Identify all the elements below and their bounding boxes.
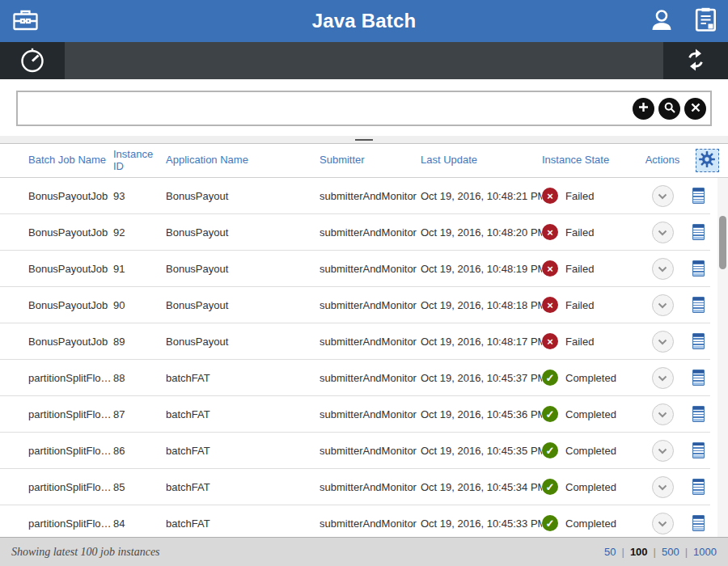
page-size-1000[interactable]: 1000: [693, 546, 717, 558]
submitter-cell: submitterAndMonitor: [320, 336, 421, 348]
search-box: [16, 91, 712, 126]
job-log-button[interactable]: [691, 332, 706, 351]
job-log-icon: [692, 406, 705, 422]
last-update-cell: Oct 19, 2016, 10:45:37 PM: [421, 372, 542, 384]
last-update-cell: Oct 19, 2016, 10:48:21 PM: [421, 190, 542, 202]
batch-job-name-cell: BonusPayoutJob: [0, 299, 113, 311]
refresh-icon: [684, 48, 708, 74]
job-log-button[interactable]: [691, 513, 706, 533]
completed-icon: ✓: [542, 406, 558, 422]
pager-separator: |: [654, 546, 656, 558]
batch-job-name-cell: BonusPayoutJob: [0, 190, 113, 202]
batch-job-name-cell: BonusPayoutJob: [0, 263, 113, 275]
last-update-cell: Oct 19, 2016, 10:45:35 PM: [421, 445, 542, 457]
job-log-button[interactable]: [691, 441, 706, 460]
job-log-icon: [692, 370, 705, 386]
app-header: Java Batch: [0, 0, 728, 42]
search-icon: [664, 102, 675, 116]
job-log-button[interactable]: [691, 477, 706, 496]
actions-dropdown-button[interactable]: [652, 476, 674, 498]
job-log-button[interactable]: [691, 368, 706, 387]
add-filter-button[interactable]: [633, 98, 654, 120]
job-log-button[interactable]: [691, 295, 706, 315]
last-update-cell: Oct 19, 2016, 10:45:34 PM: [421, 481, 542, 493]
batch-job-name-cell: partitionSplitFlo…: [0, 481, 113, 493]
table-row: BonusPayoutJob 93 BonusPayout submitterA…: [0, 178, 710, 214]
application-name-cell: BonusPayout: [166, 226, 320, 239]
column-header-submitter[interactable]: Submitter: [320, 154, 421, 167]
page-size-500[interactable]: 500: [662, 546, 679, 558]
column-settings-button[interactable]: [696, 149, 719, 172]
app-footer: Showing latest 100 job instances 50|100|…: [0, 537, 728, 566]
chevron-down-icon: [658, 190, 667, 202]
job-log-button[interactable]: [691, 186, 706, 205]
chevron-down-icon: [658, 445, 667, 457]
instance-id-cell: 88: [113, 372, 166, 384]
instance-state-cell: × Failed: [542, 333, 639, 349]
instance-id-cell: 92: [113, 226, 166, 239]
submitter-cell: submitterAndMonitor: [320, 299, 421, 311]
table-row: BonusPayoutJob 90 BonusPayout submitterA…: [0, 287, 710, 323]
batch-job-name-cell: partitionSplitFlo…: [0, 517, 113, 530]
actions-dropdown-button[interactable]: [652, 185, 674, 207]
clear-search-button[interactable]: [684, 98, 706, 120]
table-header-row: Batch Job Name Instance ID Application N…: [0, 144, 728, 178]
toolbox-icon: [12, 9, 39, 34]
completed-icon: ✓: [542, 370, 558, 386]
chevron-down-icon: [658, 372, 667, 384]
chevron-down-icon: [658, 226, 667, 239]
toolbox-button[interactable]: [9, 5, 41, 37]
search-button[interactable]: [658, 98, 680, 120]
scrollbar-thumb[interactable]: [719, 216, 726, 269]
panel-resize-handle[interactable]: [0, 136, 728, 144]
column-header-last-update[interactable]: Last Update: [421, 154, 542, 167]
scrollbar-track[interactable]: [717, 178, 728, 537]
actions-dropdown-button[interactable]: [652, 513, 674, 534]
actions-dropdown-button[interactable]: [652, 403, 674, 425]
job-log-button[interactable]: [691, 222, 706, 242]
column-header-batch-job-name[interactable]: Batch Job Name: [0, 154, 113, 167]
state-label: Failed: [565, 336, 594, 348]
last-update-cell: Oct 19, 2016, 10:48:20 PM: [421, 226, 542, 239]
last-update-cell: Oct 19, 2016, 10:45:36 PM: [421, 408, 542, 420]
failed-icon: ×: [542, 333, 558, 349]
pager-separator: |: [685, 546, 688, 558]
search-input[interactable]: [18, 92, 633, 125]
submitter-cell: submitterAndMonitor: [320, 517, 421, 530]
batch-job-name-cell: partitionSplitFlo…: [0, 372, 113, 384]
instance-id-cell: 90: [113, 299, 166, 311]
column-header-instance-state[interactable]: Instance State: [542, 154, 639, 167]
instance-id-cell: 85: [113, 481, 166, 493]
actions-dropdown-button[interactable]: [652, 331, 674, 353]
page-size-100[interactable]: 100: [630, 546, 648, 558]
submitter-cell: submitterAndMonitor: [320, 190, 421, 202]
column-header-application-name[interactable]: Application Name: [166, 154, 320, 167]
actions-dropdown-button[interactable]: [652, 294, 674, 316]
table-row: partitionSplitFlo… 88 batchFAT submitter…: [0, 360, 710, 396]
actions-dropdown-button[interactable]: [652, 222, 674, 243]
instance-state-cell: ✓ Completed: [542, 370, 639, 386]
state-label: Completed: [565, 517, 616, 530]
refresh-button[interactable]: [663, 42, 728, 79]
instance-id-cell: 87: [113, 408, 166, 420]
actions-dropdown-button[interactable]: [652, 367, 674, 389]
batch-job-name-cell: BonusPayoutJob: [0, 336, 113, 348]
user-button[interactable]: [650, 8, 674, 35]
toolbar-spacer: [65, 42, 663, 79]
job-log-button[interactable]: [691, 404, 706, 424]
instance-state-cell: ✓ Completed: [542, 442, 639, 458]
table-row: partitionSplitFlo… 87 batchFAT submitter…: [0, 396, 710, 433]
failed-icon: ×: [542, 188, 558, 204]
job-list-button[interactable]: [695, 7, 717, 35]
instance-state-cell: × Failed: [542, 297, 639, 313]
job-log-button[interactable]: [691, 259, 706, 278]
page-size-50[interactable]: 50: [604, 546, 616, 558]
actions-dropdown-button[interactable]: [652, 440, 674, 462]
state-label: Failed: [565, 263, 594, 275]
column-header-instance-id[interactable]: Instance ID: [113, 149, 166, 173]
application-name-cell: BonusPayout: [166, 263, 320, 275]
actions-dropdown-button[interactable]: [652, 258, 674, 280]
application-name-cell: batchFAT: [166, 445, 320, 457]
batch-job-name-cell: partitionSplitFlo…: [0, 445, 113, 457]
dashboard-view-button[interactable]: [0, 42, 65, 79]
